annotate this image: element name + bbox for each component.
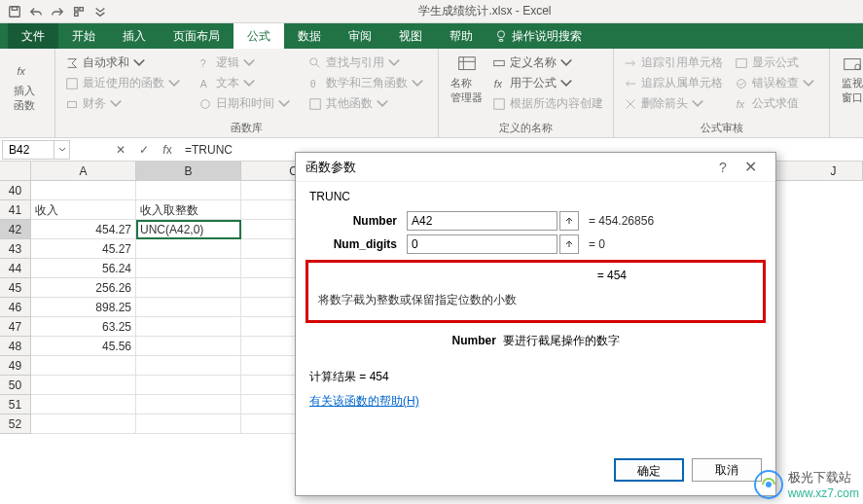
tab-layout[interactable]: 页面布局 <box>160 23 234 49</box>
trace-prec-button[interactable]: 追踪引用单元格 <box>620 53 727 73</box>
cell[interactable] <box>136 259 241 278</box>
cell[interactable] <box>31 356 136 376</box>
cell[interactable] <box>136 278 241 298</box>
name-box[interactable]: B42 <box>2 140 54 160</box>
define-name-button[interactable]: 定义名称 <box>488 53 607 73</box>
svg-rect-0 <box>10 6 20 17</box>
dialog-titlebar[interactable]: 函数参数 ? ✕ <box>296 153 775 182</box>
use-formula-button[interactable]: fx用于公式 <box>488 73 607 93</box>
name-manager-button[interactable]: 名称 管理器 <box>445 53 488 114</box>
cell[interactable] <box>31 181 136 200</box>
col-header-b[interactable]: B <box>136 162 241 180</box>
accept-formula-icon[interactable]: ✓ <box>132 143 156 157</box>
create-from-sel-button[interactable]: 根据所选内容创建 <box>488 93 607 114</box>
tab-insert[interactable]: 插入 <box>109 23 160 49</box>
cell[interactable] <box>136 181 241 200</box>
datetime-button[interactable]: 日期和时间 <box>195 93 299 114</box>
row-header[interactable]: 45 <box>0 278 31 298</box>
cell[interactable]: 收入 <box>31 200 136 220</box>
row-header[interactable]: 43 <box>0 239 31 259</box>
tab-review[interactable]: 审阅 <box>335 23 385 49</box>
cell[interactable] <box>31 376 136 395</box>
row-header[interactable]: 47 <box>0 317 31 337</box>
cell[interactable]: 256.26 <box>31 278 136 298</box>
row-header[interactable]: 48 <box>0 337 31 356</box>
other-func-button[interactable]: 其他函数 <box>305 93 432 114</box>
cell[interactable] <box>136 395 241 414</box>
col-header-j[interactable]: J <box>805 162 863 180</box>
row-header[interactable]: 44 <box>0 259 31 278</box>
tab-data[interactable]: 数据 <box>284 23 335 49</box>
row-header[interactable]: 41 <box>0 200 31 220</box>
row-header[interactable]: 51 <box>0 395 31 414</box>
ok-button[interactable]: 确定 <box>614 458 684 482</box>
cell[interactable] <box>136 376 241 395</box>
arg1-input[interactable] <box>407 211 557 231</box>
col-header-a[interactable]: A <box>31 162 136 180</box>
tab-view[interactable]: 视图 <box>385 23 436 49</box>
text-button[interactable]: A文本 <box>195 73 299 93</box>
cell[interactable]: 45.56 <box>31 337 136 356</box>
cell[interactable] <box>136 317 241 337</box>
tab-home[interactable]: 开始 <box>58 23 109 49</box>
row-header[interactable]: 50 <box>0 376 31 395</box>
cell[interactable] <box>31 414 136 434</box>
undo-icon[interactable] <box>26 2 46 21</box>
svg-rect-1 <box>12 6 17 10</box>
cell[interactable]: 454.27 <box>31 220 136 239</box>
cell[interactable]: UNC(A42,0) <box>136 220 241 239</box>
select-all-corner[interactable] <box>0 162 31 180</box>
title-bar: 学生成绩统计.xlsx - Excel <box>0 0 863 23</box>
function-help-link[interactable]: 有关该函数的帮助(H) <box>309 394 419 408</box>
recent-button[interactable]: 最近使用的函数 <box>61 73 189 93</box>
dialog-close-icon[interactable]: ✕ <box>735 156 766 179</box>
cell[interactable] <box>31 395 136 414</box>
tab-help[interactable]: 帮助 <box>436 23 486 49</box>
ribbon-group-library: 自动求和 最近使用的函数 财务 ?逻辑 A文本 日期和时间 查找与引用 θ数学和… <box>55 49 439 137</box>
row-header[interactable]: 40 <box>0 181 31 200</box>
arg2-ref-icon[interactable] <box>559 234 579 254</box>
logical-button[interactable]: ?逻辑 <box>195 53 299 73</box>
cell[interactable] <box>136 356 241 376</box>
math-button[interactable]: θ数学和三角函数 <box>305 73 432 93</box>
fx-icon[interactable]: fx <box>156 143 179 157</box>
arg2-input[interactable] <box>407 234 557 254</box>
insert-function-button[interactable]: fx 插入函数 <box>6 53 49 117</box>
cell[interactable]: 收入取整数 <box>136 200 241 220</box>
dialog-help-icon[interactable]: ? <box>711 160 735 175</box>
arg1-eval: = 454.26856 <box>589 214 654 228</box>
tab-formulas[interactable]: 公式 <box>234 23 284 49</box>
watermark: 极光下载站 www.xz7.com <box>753 469 859 500</box>
cell[interactable]: 56.24 <box>31 259 136 278</box>
remove-arrows-button[interactable]: 删除箭头 <box>620 93 727 114</box>
cell[interactable] <box>136 337 241 356</box>
cancel-formula-icon[interactable]: ✕ <box>109 143 132 157</box>
tell-me-search[interactable]: 操作说明搜索 <box>494 28 582 45</box>
error-check-button[interactable]: 错误检查 <box>731 73 823 93</box>
tab-file[interactable]: 文件 <box>8 23 58 49</box>
save-icon[interactable] <box>5 2 24 21</box>
arg1-ref-icon[interactable] <box>559 211 579 231</box>
lookup-button[interactable]: 查找与引用 <box>305 53 432 73</box>
eval-formula-button[interactable]: fx公式求值 <box>731 93 823 114</box>
qat-customize-icon[interactable] <box>90 2 110 21</box>
watch-window-button[interactable]: 监视窗口 <box>836 53 863 107</box>
redo-icon[interactable] <box>48 2 67 21</box>
cancel-button[interactable]: 取消 <box>692 458 762 482</box>
row-header[interactable]: 42 <box>0 220 31 239</box>
show-formulas-button[interactable]: 显示公式 <box>731 53 823 73</box>
touch-mode-icon[interactable] <box>69 2 89 21</box>
cell[interactable] <box>136 298 241 317</box>
cell[interactable] <box>136 239 241 259</box>
cell[interactable]: 45.27 <box>31 239 136 259</box>
row-header[interactable]: 52 <box>0 414 31 434</box>
financial-button[interactable]: 财务 <box>61 93 189 114</box>
row-header[interactable]: 46 <box>0 298 31 317</box>
name-box-dropdown[interactable] <box>54 140 70 160</box>
cell[interactable]: 63.25 <box>31 317 136 337</box>
row-header[interactable]: 49 <box>0 356 31 376</box>
trace-dep-button[interactable]: 追踪从属单元格 <box>620 73 727 93</box>
autosum-button[interactable]: 自动求和 <box>61 53 189 73</box>
cell[interactable]: 898.25 <box>31 298 136 317</box>
cell[interactable] <box>136 414 241 434</box>
